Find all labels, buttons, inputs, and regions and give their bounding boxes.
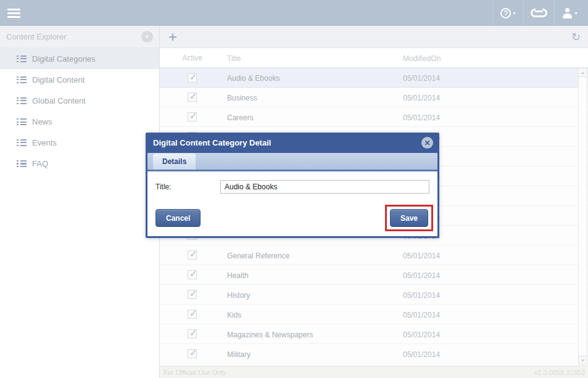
table-row[interactable]: Health 05/01/2014 [160, 265, 588, 285]
hamburger-icon [7, 9, 20, 18]
list-icon [17, 160, 27, 167]
column-header-modifiedon[interactable]: ModifiedOn [403, 54, 441, 63]
row-date: 05/01/2014 [403, 252, 440, 260]
list-icon [17, 55, 27, 62]
menu-button[interactable] [0, 0, 27, 26]
active-checkbox[interactable] [188, 290, 197, 299]
save-highlight-annotation: Save [385, 205, 433, 231]
sidebar-item-label: News [32, 117, 52, 126]
tray-icon [531, 9, 547, 17]
save-button[interactable]: Save [390, 209, 428, 227]
sidebar-collapse-button[interactable]: ‹ [141, 31, 153, 43]
user-menu-button[interactable]: ▾ [554, 0, 585, 26]
active-checkbox[interactable] [188, 250, 197, 260]
row-title: History [227, 291, 250, 300]
sidebar-item[interactable]: Global Content [0, 90, 159, 111]
chevron-down-icon: ▾ [513, 10, 515, 16]
active-checkbox[interactable] [188, 270, 197, 279]
tab-details[interactable]: Details [153, 154, 196, 170]
active-checkbox[interactable] [188, 73, 197, 83]
sidebar-item[interactable]: Digital Content [0, 69, 159, 90]
active-checkbox[interactable] [188, 329, 197, 339]
table-row[interactable]: Magazines & Newspapers 05/01/2014 [160, 324, 588, 344]
title-input[interactable] [220, 180, 429, 194]
column-header-title[interactable]: Title [227, 54, 241, 63]
list-icon [17, 139, 27, 146]
version-label: v1 0.0058.31553 [534, 369, 585, 376]
row-title: Magazines & Newspapers [227, 331, 313, 339]
table-row[interactable]: Audio & Ebooks 05/01/2014 [160, 68, 588, 88]
vertical-scrollbar[interactable]: ▲ ▼ [578, 68, 587, 365]
classification-label: For Official Use Only [164, 369, 226, 376]
table-row[interactable]: Business 05/01/2014 [160, 88, 588, 107]
column-header-active[interactable]: Active [182, 54, 202, 62]
category-detail-dialog: Digital Content Category Detail ✕ Detail… [146, 133, 439, 238]
sidebar-item-label: Digital Categories [32, 54, 96, 64]
dialog-content: Details Title: Cancel Save [147, 153, 437, 236]
row-date: 05/01/2014 [403, 271, 440, 280]
cancel-button[interactable]: Cancel [155, 209, 201, 227]
row-date: 05/01/2014 [403, 113, 440, 122]
sidebar-item[interactable]: Digital Categories [0, 48, 159, 69]
table-row[interactable]: Kids 05/01/2014 [160, 305, 588, 324]
active-checkbox[interactable] [188, 92, 197, 102]
row-title: Business [227, 94, 257, 102]
chevron-down-icon: ▾ [574, 10, 577, 16]
row-date: 05/01/2014 [403, 291, 440, 300]
sidebar-items: Digital Categories Digital Content Globa… [0, 48, 159, 174]
sidebar-item-label: Events [32, 138, 57, 147]
sidebar-item-label: FAQ [32, 159, 48, 168]
row-title: General Reference [227, 252, 289, 260]
row-title: Health [227, 271, 249, 280]
title-field-row: Title: [155, 180, 429, 194]
table-header: Active Title ModifiedOn [160, 48, 588, 68]
sidebar-title: Content Explorer [6, 32, 67, 41]
table-row[interactable]: General Reference 05/01/2014 [160, 245, 588, 265]
table-row[interactable]: History 05/01/2014 [160, 285, 588, 305]
row-date: 05/01/2014 [403, 74, 440, 83]
scroll-down-icon[interactable]: ▼ [579, 356, 587, 364]
dialog-titlebar: Digital Content Category Detail ✕ [146, 133, 439, 153]
status-bar: For Official Use Only v1 0.0058.31553 [160, 366, 588, 378]
scroll-up-icon[interactable]: ▲ [579, 68, 587, 76]
table-row[interactable]: Military 05/01/2014 [160, 344, 588, 364]
list-icon [17, 97, 27, 104]
table-row[interactable]: Careers 05/01/2014 [160, 107, 588, 127]
help-icon: ? [500, 8, 511, 18]
content-explorer-sidebar: Content Explorer ‹ Digital Categories Di… [0, 26, 160, 378]
sidebar-item[interactable]: FAQ [0, 153, 159, 174]
tray-button[interactable] [523, 0, 554, 26]
scrollbar-thumb[interactable] [579, 76, 587, 356]
sidebar-header: Content Explorer ‹ [0, 26, 159, 48]
active-checkbox[interactable] [188, 310, 197, 319]
topbar-actions: ? ▾ ▾ [492, 0, 585, 26]
list-icon [17, 118, 27, 125]
sidebar-item-label: Digital Content [32, 75, 85, 84]
add-button[interactable]: + [168, 30, 177, 44]
sidebar-item[interactable]: News [0, 111, 159, 132]
dialog-buttons: Cancel Save [155, 205, 429, 231]
title-field-label: Title: [155, 180, 220, 194]
dialog-tabs: Details [147, 153, 437, 171]
active-checkbox[interactable] [188, 112, 197, 121]
help-button[interactable]: ? ▾ [492, 0, 523, 26]
sidebar-item[interactable]: Events [0, 132, 159, 153]
row-date: 05/01/2014 [403, 350, 440, 359]
row-title: Audio & Ebooks [227, 74, 280, 83]
dialog-title: Digital Content Category Detail [153, 138, 271, 147]
list-icon [17, 76, 27, 83]
row-title: Military [227, 350, 251, 359]
grid-toolbar: + ↻ [160, 26, 588, 48]
row-title: Kids [227, 311, 241, 319]
active-checkbox[interactable] [188, 349, 197, 358]
row-title: Careers [227, 113, 254, 122]
dialog-body: Title: Cancel Save [147, 171, 437, 236]
row-date: 05/01/2014 [403, 331, 440, 339]
user-icon [562, 8, 573, 18]
sidebar-item-label: Global Content [32, 96, 86, 105]
top-bar: ? ▾ ▾ [0, 0, 588, 26]
close-icon[interactable]: ✕ [421, 137, 433, 149]
refresh-button[interactable]: ↻ [571, 31, 581, 43]
row-date: 05/01/2014 [403, 94, 440, 102]
row-date: 05/01/2014 [403, 311, 440, 319]
